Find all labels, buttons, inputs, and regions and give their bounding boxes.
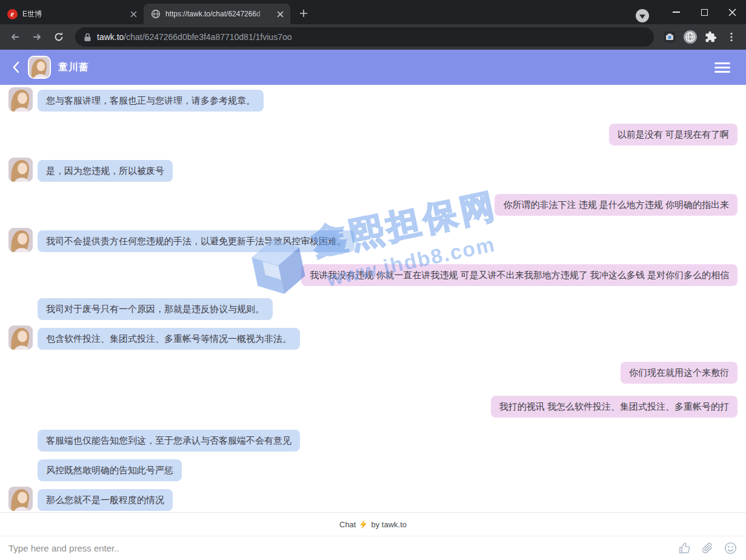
branding-suffix: by tawk.to bbox=[371, 520, 407, 529]
agent-avatar bbox=[8, 487, 33, 511]
chat-bubble: 那么您就不是一般程度的情况 bbox=[38, 489, 173, 511]
agent-avatar bbox=[8, 325, 33, 350]
agent-avatar bbox=[8, 87, 33, 112]
tab-close-icon[interactable] bbox=[275, 8, 285, 19]
close-icon bbox=[728, 8, 736, 16]
visitor-message-row: 你们现在就用这个来敷衍 bbox=[8, 362, 738, 384]
chat-bubble: 是，因为您违规，所以被废号 bbox=[38, 160, 173, 182]
forward-arrow-icon bbox=[32, 32, 42, 42]
address-bar[interactable]: tawk.to/chat/6247266d0bfe3f4a87710d81/1f… bbox=[75, 27, 654, 47]
chat-header: 童川蔷 bbox=[0, 50, 746, 85]
attach-file-button[interactable] bbox=[700, 541, 714, 556]
reload-button[interactable] bbox=[50, 28, 68, 46]
chat-bubble: 风控既然敢明确的告知此号严惩 bbox=[38, 459, 182, 481]
chat-bubble: 客服端也仅能告知您到这，至于您承认与否客服端不会有意见 bbox=[38, 430, 300, 452]
agent-avatar bbox=[28, 56, 51, 79]
agent-avatar bbox=[8, 158, 33, 182]
back-button[interactable] bbox=[6, 28, 24, 46]
profile-button[interactable] bbox=[682, 28, 699, 45]
tab-strip: e E世博 https://tawk.to/chat/6247266d bbox=[0, 0, 746, 24]
reload-icon bbox=[53, 32, 64, 42]
browser-window: e E世博 https://tawk.to/chat/6247266d bbox=[0, 0, 746, 560]
lock-icon bbox=[84, 33, 92, 42]
tab-title: https://tawk.to/chat/6247266d bbox=[165, 10, 270, 18]
chat-bubble: 我司对于废号只有一个原因，那就是违反协议与规则。 bbox=[38, 298, 273, 320]
kebab-menu-icon bbox=[726, 32, 737, 42]
agent-message-row: 是，因为您违规，所以被废号 bbox=[8, 158, 738, 182]
browser-menu-button[interactable] bbox=[723, 28, 740, 45]
agent-avatar bbox=[8, 228, 33, 252]
back-chevron-icon[interactable] bbox=[11, 61, 21, 74]
chat-bubble: 你所谓的非法下注 违规 是什么地方违规 你明确的指出来 bbox=[495, 194, 738, 216]
esb-favicon-icon: e bbox=[7, 9, 18, 19]
tab-esb[interactable]: e E世博 bbox=[0, 4, 144, 24]
maximize-button[interactable] bbox=[690, 2, 718, 22]
url-host: tawk.to bbox=[97, 32, 124, 42]
minimize-icon bbox=[673, 12, 680, 13]
tab-close-icon[interactable] bbox=[128, 8, 139, 19]
url-path: /chat/6247266d0bfe3f4a87710d81/1fvius7oo bbox=[124, 32, 291, 42]
maximize-icon bbox=[701, 9, 708, 16]
composer bbox=[0, 536, 746, 560]
chat-message-input[interactable] bbox=[8, 543, 668, 553]
chat-bubble: 你们现在就用这个来敷衍 bbox=[621, 362, 738, 384]
camera-icon bbox=[664, 31, 676, 43]
back-arrow-icon bbox=[10, 32, 21, 42]
chat-bubble: 以前是没有 可是现在有了啊 bbox=[609, 124, 738, 145]
tawkto-branding-link[interactable]: Chat by tawk.to bbox=[0, 512, 746, 536]
agent-message-row: 您与客服讲理，客服也正与您讲理，请多参考规章。 bbox=[8, 87, 738, 112]
visitor-message-row: 我讲我没有违规 你就一直在讲我违规 可是又讲不出来我那地方违规了 我冲这么多钱 … bbox=[8, 264, 738, 286]
chat-footer: Chat by tawk.to bbox=[0, 512, 746, 560]
media-controls-button[interactable] bbox=[636, 9, 649, 22]
puzzle-icon bbox=[705, 31, 717, 43]
globe-favicon-icon bbox=[151, 9, 161, 19]
extensions-button[interactable] bbox=[702, 28, 719, 45]
window-controls bbox=[636, 0, 746, 24]
forward-button[interactable] bbox=[28, 28, 46, 46]
close-window-button[interactable] bbox=[718, 2, 746, 22]
new-tab-button[interactable] bbox=[295, 5, 312, 22]
tab-title: E世博 bbox=[22, 9, 123, 19]
agent-message-row: 我司不会提供贵方任何您违规的手法，以避免更新手法导致风控审核困难。 bbox=[8, 228, 738, 252]
profile-globe-icon bbox=[683, 30, 698, 44]
emoji-button[interactable] bbox=[723, 541, 738, 556]
chat-bubble: 我司不会提供贵方任何您违规的手法，以避免更新手法导致风控审核困难。 bbox=[38, 230, 355, 252]
visitor-message-row: 你所谓的非法下注 违规 是什么地方违规 你明确的指出来 bbox=[8, 194, 738, 216]
chat-bubble: 我讲我没有违规 你就一直在讲我违规 可是又讲不出来我那地方违规了 我冲这么多钱 … bbox=[301, 264, 738, 286]
hamburger-icon bbox=[714, 62, 730, 64]
tab-tawk-chat[interactable]: https://tawk.to/chat/6247266d bbox=[144, 4, 290, 24]
branding-prefix: Chat bbox=[339, 520, 356, 529]
message-list: 您与客服讲理，客服也正与您讲理，请多参考规章。以前是没有 可是现在有了啊 是，因… bbox=[0, 85, 746, 512]
chat-menu-button[interactable] bbox=[714, 62, 730, 73]
minimize-button[interactable] bbox=[662, 2, 690, 22]
thumbs-up-icon bbox=[678, 542, 691, 555]
chat-bubble: 包含软件投注、集团式投注、多重帐号等情况一概视为非法。 bbox=[38, 328, 300, 350]
smiley-icon bbox=[724, 542, 737, 555]
chat-bubble: 我打的视讯 我怎么软件投注、集团式投注、多重帐号的打 bbox=[491, 396, 738, 418]
visitor-message-row: 以前是没有 可是现在有了啊 bbox=[8, 124, 738, 145]
agent-message-row: 客服端也仅能告知您到这，至于您承认与否客服端不会有意见风控既然敢明确的告知此号严… bbox=[8, 430, 738, 511]
lightning-bolt-icon bbox=[359, 520, 367, 529]
visitor-message-row: 我打的视讯 我怎么软件投注、集团式投注、多重帐号的打 bbox=[8, 396, 738, 418]
feedback-button[interactable] bbox=[677, 541, 691, 556]
browser-toolbar: tawk.to/chat/6247266d0bfe3f4a87710d81/1f… bbox=[0, 24, 746, 50]
screenshot-extension-button[interactable] bbox=[661, 28, 678, 45]
agent-message-row: 我司对于废号只有一个原因，那就是违反协议与规则。包含软件投注、集团式投注、多重帐… bbox=[8, 298, 738, 350]
chevron-down-icon bbox=[639, 15, 645, 19]
chat-bubble: 您与客服讲理，客服也正与您讲理，请多参考规章。 bbox=[38, 90, 264, 112]
agent-name: 童川蔷 bbox=[58, 61, 707, 74]
paperclip-icon bbox=[701, 542, 714, 555]
